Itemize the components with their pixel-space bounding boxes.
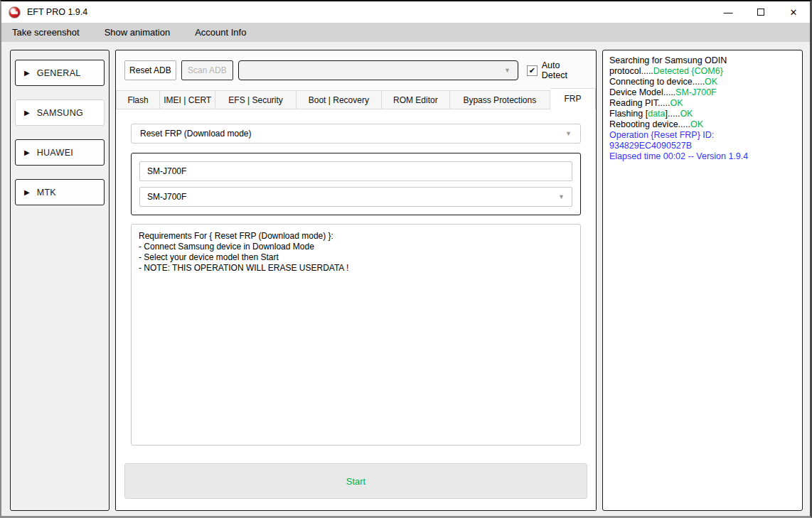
frp-tab-page: Reset FRP (Download mode) ▼ SM-J700F ▼ R… bbox=[116, 109, 596, 510]
close-icon: ✕ bbox=[790, 7, 798, 18]
content-area: ▶ GENERAL ▶ SAMSUNG ▶ HUAWEI ▶ MTK Reset… bbox=[1, 42, 810, 516]
frp-operation-value: Reset FRP (Download mode) bbox=[140, 129, 252, 139]
log-line: Searching for Samsung ODIN protocol.....… bbox=[609, 55, 796, 77]
tab-flash[interactable]: Flash bbox=[116, 90, 160, 109]
log-line: Connecting to device.....OK bbox=[609, 77, 796, 87]
sidebar-item-label: HUAWEI bbox=[37, 148, 73, 158]
window-title: EFT PRO 1.9.4 bbox=[27, 7, 87, 17]
auto-detect-checkbox[interactable]: ✔ bbox=[527, 65, 538, 76]
sidebar-item-label: MTK bbox=[37, 188, 56, 198]
maximize-button[interactable] bbox=[744, 1, 777, 23]
menu-account-info[interactable]: Account Info bbox=[186, 23, 255, 42]
log-line: Rebooting device.....OK bbox=[609, 119, 796, 130]
model-combo-value: SM-J700F bbox=[147, 192, 186, 202]
app-logo-icon bbox=[9, 6, 21, 18]
chevron-down-icon: ▼ bbox=[558, 194, 565, 200]
menu-bar: Take screenshot Show animation Account I… bbox=[1, 23, 810, 42]
log-line: Flashing [data].....OK bbox=[609, 109, 796, 119]
chevron-down-icon: ▼ bbox=[504, 68, 511, 74]
adb-toolbar: Reset ADB Scan ADB ▼ ✔ Auto Detect bbox=[116, 50, 596, 80]
close-button[interactable]: ✕ bbox=[777, 1, 810, 23]
minimize-button[interactable]: — bbox=[712, 1, 744, 23]
tab-bypass-protections[interactable]: Bypass Protections bbox=[450, 90, 550, 109]
start-button[interactable]: Start bbox=[124, 463, 587, 499]
log-panel: Searching for Samsung ODIN protocol.....… bbox=[602, 50, 803, 511]
sidebar-item-label: SAMSUNG bbox=[37, 108, 83, 118]
sidebar-item-mtk[interactable]: ▶ MTK bbox=[15, 179, 105, 205]
auto-detect-toggle[interactable]: ✔ Auto Detect bbox=[527, 60, 587, 80]
tab-efs-security[interactable]: EFS | Security bbox=[215, 90, 296, 109]
main-panel: Reset ADB Scan ADB ▼ ✔ Auto Detect Flash… bbox=[115, 50, 597, 511]
log-line: Reading PIT.....OK bbox=[609, 98, 796, 109]
frp-operation-select[interactable]: Reset FRP (Download mode) ▼ bbox=[131, 124, 581, 144]
triangle-right-icon: ▶ bbox=[24, 189, 30, 196]
check-icon: ✔ bbox=[529, 67, 535, 75]
triangle-right-icon: ▶ bbox=[24, 109, 30, 117]
requirements-textbox: Requirements For { Reset FRP (Download m… bbox=[131, 224, 581, 446]
sidebar-item-huawei[interactable]: ▶ HUAWEI bbox=[15, 139, 105, 166]
menu-show-animation[interactable]: Show animation bbox=[95, 23, 180, 42]
brand-sidebar: ▶ GENERAL ▶ SAMSUNG ▶ HUAWEI ▶ MTK bbox=[10, 50, 109, 511]
tab-imei-cert[interactable]: IMEI | CERT bbox=[160, 90, 215, 109]
tab-strip: Flash IMEI | CERT EFS | Security Boot | … bbox=[116, 90, 596, 109]
tab-boot-recovery[interactable]: Boot | Recovery bbox=[297, 90, 382, 109]
triangle-right-icon: ▶ bbox=[24, 70, 30, 77]
device-select-combo[interactable]: ▼ bbox=[238, 60, 518, 80]
minimize-icon: — bbox=[724, 7, 733, 18]
app-window: EFT PRO 1.9.4 — ✕ Take screenshot Show a… bbox=[0, 0, 812, 518]
model-input[interactable] bbox=[139, 161, 572, 181]
model-select-combo[interactable]: SM-J700F ▼ bbox=[139, 187, 572, 207]
reset-adb-button[interactable]: Reset ADB bbox=[124, 60, 176, 80]
start-button-label: Start bbox=[346, 476, 365, 487]
sidebar-item-samsung[interactable]: ▶ SAMSUNG bbox=[15, 99, 105, 126]
tab-rom-editor[interactable]: ROM Editor bbox=[382, 90, 450, 109]
triangle-right-icon: ▶ bbox=[24, 149, 30, 156]
menu-take-screenshot[interactable]: Take screenshot bbox=[3, 23, 89, 42]
chevron-down-icon: ▼ bbox=[565, 131, 572, 137]
tab-frp[interactable]: FRP bbox=[550, 88, 596, 109]
auto-detect-label: Auto Detect bbox=[542, 60, 587, 80]
log-line: Device Model.....SM-J700F bbox=[609, 87, 796, 98]
sidebar-item-label: GENERAL bbox=[37, 68, 81, 78]
log-line: Elapsed time 00:02 -- Version 1.9.4 bbox=[609, 151, 796, 162]
window-controls: — ✕ bbox=[712, 1, 810, 23]
maximize-icon bbox=[757, 9, 764, 16]
log-line: Operation {Reset FRP} ID: 934829EC409052… bbox=[609, 130, 796, 151]
model-groupbox: SM-J700F ▼ bbox=[131, 153, 581, 215]
sidebar-item-general[interactable]: ▶ GENERAL bbox=[15, 60, 105, 86]
title-bar: EFT PRO 1.9.4 — ✕ bbox=[1, 1, 810, 23]
scan-adb-button: Scan ADB bbox=[181, 60, 233, 80]
